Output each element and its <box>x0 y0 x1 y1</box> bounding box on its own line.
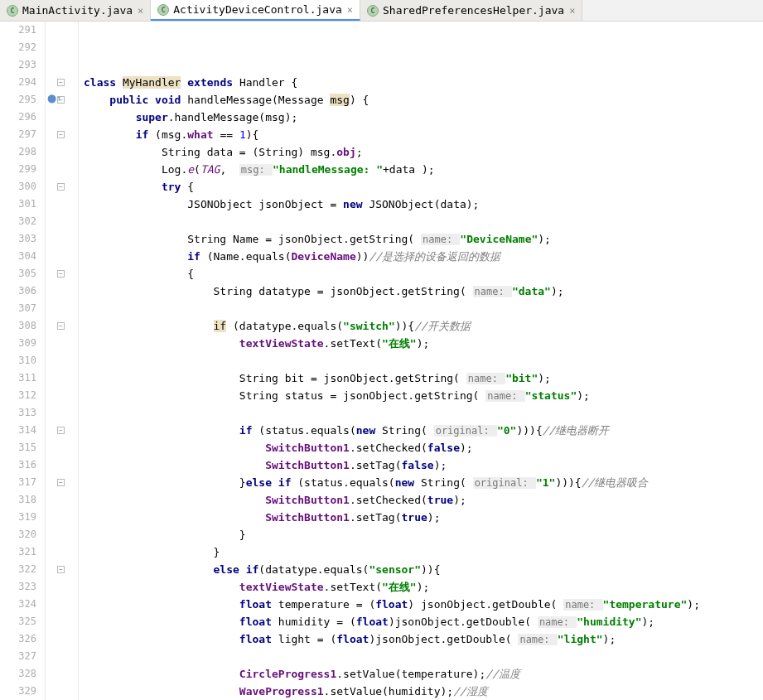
line-number: 315 <box>0 439 36 456</box>
line-number: 293 <box>0 56 36 74</box>
close-icon[interactable]: × <box>347 4 353 16</box>
code-line[interactable]: float light = (float)jsonObject.getDoubl… <box>84 630 763 648</box>
line-number: 321 <box>0 543 36 561</box>
fold-toggle-icon[interactable]: − <box>57 566 65 573</box>
code-line[interactable]: try { <box>84 178 763 196</box>
line-number-gutter[interactable]: 2912922932942952962972982993003013023033… <box>0 22 46 700</box>
code-line[interactable]: if (status.equals(new String( original: … <box>84 422 763 439</box>
line-number: 308 <box>0 317 36 335</box>
line-number: 310 <box>0 352 36 369</box>
line-number: 304 <box>0 248 36 265</box>
code-line[interactable]: SwitchButton1.setTag(false); <box>84 456 763 474</box>
code-line[interactable]: CircleProgress1.setValue(temperature);//… <box>84 665 763 683</box>
code-line[interactable]: String data = (String) msg.obj; <box>84 143 763 161</box>
code-line[interactable]: String status = jsonObject.getString( na… <box>84 387 763 404</box>
tab-bar: CMainActivity.java×CActivityDeviceContro… <box>0 0 763 22</box>
line-number: 298 <box>0 143 36 161</box>
line-number: 299 <box>0 161 36 178</box>
fold-toggle-icon[interactable]: − <box>57 479 65 486</box>
line-number: 319 <box>0 509 36 526</box>
fold-toggle-icon[interactable]: − <box>57 427 65 434</box>
line-number: 302 <box>0 213 36 230</box>
line-number: 326 <box>0 630 36 648</box>
line-number: 316 <box>0 456 36 474</box>
fold-toggle-icon[interactable]: − <box>57 270 65 278</box>
class-file-icon: C <box>157 4 169 16</box>
code-line[interactable]: else if(datatype.equals("sensor")){ <box>84 561 763 578</box>
code-line[interactable]: String datatype = jsonObject.getString( … <box>84 282 763 300</box>
code-line[interactable]: String bit = jsonObject.getString( name:… <box>84 369 763 387</box>
line-number: 323 <box>0 578 36 596</box>
fold-toggle-icon[interactable]: − <box>57 183 65 191</box>
line-number: 325 <box>0 613 36 630</box>
tab-label: ActivityDeviceControl.java <box>173 3 342 16</box>
code-line[interactable]: JSONObject jsonObject = new JSONObject(d… <box>84 196 763 213</box>
line-number: 303 <box>0 230 36 248</box>
line-number: 294 <box>0 74 36 91</box>
line-number: 296 <box>0 109 36 126</box>
code-line[interactable]: SwitchButton1.setTag(true); <box>84 509 763 526</box>
code-area[interactable]: class MyHandler extends Handler { public… <box>79 22 763 700</box>
line-number: 311 <box>0 369 36 387</box>
editor-area: 2912922932942952962972982993003013023033… <box>0 22 763 700</box>
fold-toggle-icon[interactable]: − <box>57 131 65 138</box>
line-number: 306 <box>0 282 36 300</box>
line-number: 297 <box>0 126 36 143</box>
line-number: 320 <box>0 526 36 543</box>
line-number: 324 <box>0 596 36 613</box>
code-line[interactable] <box>84 404 763 422</box>
code-line[interactable] <box>84 22 763 39</box>
code-line[interactable]: if (Name.equals(DeviceName))//是选择的设备返回的数… <box>84 248 763 265</box>
tab-mainactivity-java[interactable]: CMainActivity.java× <box>0 0 151 21</box>
override-marker-icon[interactable]: ⬤↑ <box>47 94 61 103</box>
tab-label: SharedPreferencesHelper.java <box>383 4 564 17</box>
code-line[interactable] <box>84 56 763 74</box>
line-number: 329 <box>0 683 36 700</box>
code-line[interactable]: float temperature = (float) jsonObject.g… <box>84 596 763 613</box>
fold-toggle-icon[interactable]: − <box>57 79 65 86</box>
code-line[interactable]: textViewState.setText("在线"); <box>84 578 763 596</box>
code-line[interactable]: } <box>84 526 763 543</box>
class-file-icon: C <box>367 5 379 17</box>
tab-activitydevicecontrol-java[interactable]: CActivityDeviceControl.java× <box>151 0 360 21</box>
code-line[interactable] <box>84 352 763 369</box>
code-line[interactable] <box>84 39 763 56</box>
code-line[interactable]: super.handleMessage(msg); <box>84 109 763 126</box>
line-number: 327 <box>0 648 36 665</box>
line-number: 312 <box>0 387 36 404</box>
line-number: 317 <box>0 474 36 491</box>
code-line[interactable]: WaveProgress1.setValue(humidity);//湿度 <box>84 683 763 700</box>
code-line[interactable]: if (datatype.equals("switch")){//开关数据 <box>84 317 763 335</box>
line-number: 322 <box>0 561 36 578</box>
code-line[interactable]: textViewState.setText("在线"); <box>84 335 763 352</box>
line-number: 318 <box>0 491 36 509</box>
code-line[interactable]: { <box>84 265 763 282</box>
line-number: 291 <box>0 22 36 39</box>
code-line[interactable]: } <box>84 543 763 561</box>
code-line[interactable] <box>84 648 763 665</box>
line-number: 292 <box>0 39 36 56</box>
fold-column[interactable]: −−⬤↑−−−−−−− <box>46 22 79 700</box>
code-line[interactable] <box>84 213 763 230</box>
close-icon[interactable]: × <box>138 5 143 17</box>
code-line[interactable]: Log.e(TAG, msg: "handleMessage: "+data )… <box>84 161 763 178</box>
code-line[interactable]: class MyHandler extends Handler { <box>84 74 763 91</box>
code-line[interactable] <box>84 300 763 317</box>
line-number: 295 <box>0 91 36 109</box>
line-number: 307 <box>0 300 36 317</box>
line-number: 300 <box>0 178 36 196</box>
fold-toggle-icon[interactable]: − <box>57 322 65 330</box>
code-line[interactable]: SwitchButton1.setChecked(true); <box>84 491 763 509</box>
code-line[interactable]: if (msg.what == 1){ <box>84 126 763 143</box>
tab-label: MainActivity.java <box>22 4 133 17</box>
line-number: 309 <box>0 335 36 352</box>
code-line[interactable]: float humidity = (float)jsonObject.getDo… <box>84 613 763 630</box>
line-number: 314 <box>0 422 36 439</box>
code-line[interactable]: public void handleMessage(Message msg) { <box>84 91 763 109</box>
close-icon[interactable]: × <box>569 5 575 17</box>
tab-sharedpreferenceshelper-java[interactable]: CSharedPreferencesHelper.java× <box>360 0 582 21</box>
code-line[interactable]: SwitchButton1.setChecked(false); <box>84 439 763 456</box>
code-line[interactable]: }else if (status.equals(new String( orig… <box>84 474 763 491</box>
line-number: 305 <box>0 265 36 282</box>
code-line[interactable]: String Name = jsonObject.getString( name… <box>84 230 763 248</box>
